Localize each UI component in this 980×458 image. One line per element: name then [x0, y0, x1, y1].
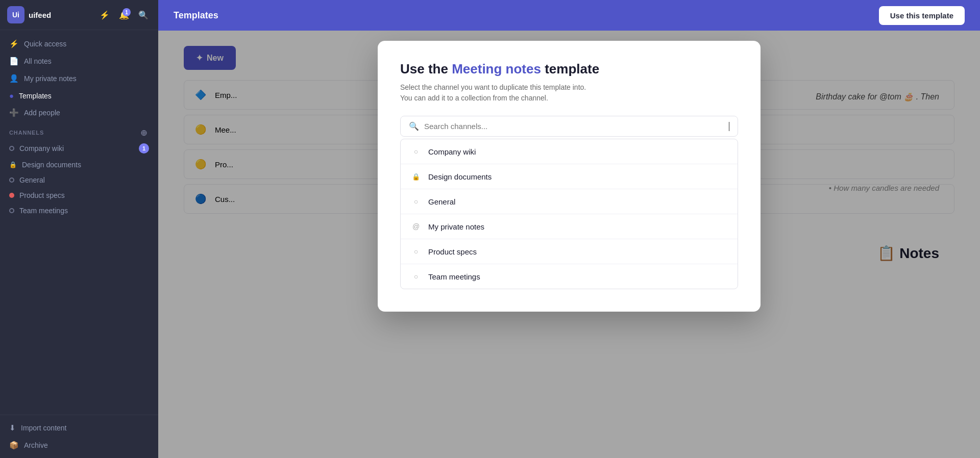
sidebar-item-all-notes[interactable]: 📄 All notes: [0, 53, 158, 70]
channel-dot-product-specs: [9, 193, 14, 198]
sidebar-item-add-people[interactable]: ➕ Add people: [0, 104, 158, 121]
channel-dot-company-wiki: [9, 146, 14, 151]
sidebar-item-label: My private notes: [24, 74, 77, 83]
quick-access-icon: ⚡: [9, 39, 19, 48]
channel-lock-icon: 🔒: [9, 161, 17, 168]
search-btn[interactable]: 🔍: [136, 7, 151, 22]
channel-option-design-documents[interactable]: 🔒 Design documents: [401, 164, 738, 189]
sidebar-item-label: Add people: [24, 109, 60, 117]
channel-option-icon: ○: [411, 246, 421, 257]
channel-option-icon: ○: [411, 196, 421, 207]
main-body: ✦ New 🔷 Emp... 🟡 Mee... 🟡 Pro... 🔵: [158, 31, 980, 458]
templates-icon: ●: [9, 91, 14, 100]
text-cursor: [729, 122, 729, 131]
channel-option-at-icon: @: [411, 221, 421, 232]
channel-option-label: Company wiki: [428, 147, 476, 156]
channel-label: Company wiki: [19, 144, 64, 152]
notification-btn[interactable]: 🔔 1: [116, 7, 132, 22]
channel-item-company-wiki[interactable]: Company wiki 1: [0, 140, 158, 157]
channel-label: Team meetings: [19, 207, 68, 215]
channel-option-icon: ○: [411, 146, 421, 157]
channel-option-label: Team meetings: [428, 272, 480, 281]
add-people-icon: ➕: [9, 108, 19, 117]
channel-option-label: Product specs: [428, 247, 477, 256]
channel-option-company-wiki[interactable]: ○ Company wiki: [401, 139, 738, 164]
modal-title: Use the Meeting notes template: [400, 61, 738, 77]
sidebar-item-import-content[interactable]: ⬇ Import content: [0, 419, 158, 437]
channel-option-my-private-notes[interactable]: @ My private notes: [401, 214, 738, 239]
main-content: Templates Use this template ✦ New 🔷 Emp.…: [158, 0, 980, 458]
channel-options-list: ○ Company wiki 🔒 Design documents ○ Gene…: [400, 139, 738, 289]
channels-section-header: CHANNELS ⊕: [0, 121, 158, 140]
channel-search-input[interactable]: [424, 122, 723, 131]
channel-option-general[interactable]: ○ General: [401, 189, 738, 214]
sidebar-header: Ui uifeed ⚡ 🔔 1 🔍: [0, 0, 158, 30]
sidebar-item-label: Import content: [21, 424, 67, 432]
channel-item-general[interactable]: General: [0, 172, 158, 188]
channel-option-label: General: [428, 197, 455, 206]
archive-icon: 📦: [9, 441, 19, 450]
notification-badge: 1: [122, 8, 131, 16]
modal-subtitle: Select the channel you want to duplicate…: [400, 82, 738, 104]
sidebar-item-label: Quick access: [24, 40, 66, 48]
lightning-icon-btn[interactable]: ⚡: [97, 7, 112, 22]
modal-title-highlight: Meeting notes: [452, 61, 541, 77]
channel-dot-team-meetings: [9, 208, 14, 213]
channel-label: Design documents: [22, 161, 81, 169]
search-icon: 🔍: [409, 121, 419, 131]
sidebar-nav: ⚡ Quick access 📄 All notes 👤 My private …: [0, 30, 158, 415]
channel-option-team-meetings[interactable]: ○ Team meetings: [401, 264, 738, 289]
channel-badge-company-wiki: 1: [139, 143, 149, 154]
channel-option-product-specs[interactable]: ○ Product specs: [401, 239, 738, 264]
channel-option-icon: ○: [411, 271, 421, 282]
page-title: Templates: [174, 10, 218, 21]
channel-dot-general: [9, 177, 14, 183]
workspace-name: uifeed: [29, 11, 93, 19]
modal-overlay[interactable]: Use the Meeting notes template Select th…: [158, 31, 980, 458]
sidebar-bottom: ⬇ Import content 📦 Archive: [0, 415, 158, 458]
use-template-button[interactable]: Use this template: [879, 6, 965, 25]
sidebar-item-label: Templates: [19, 92, 52, 100]
sidebar-item-label: Archive: [24, 441, 48, 449]
all-notes-icon: 📄: [9, 57, 19, 66]
main-header: Templates Use this template: [158, 0, 980, 31]
sidebar-item-my-private-notes[interactable]: 👤 My private notes: [0, 70, 158, 87]
add-channel-btn[interactable]: ⊕: [139, 128, 149, 138]
channel-option-lock-icon: 🔒: [411, 171, 421, 182]
workspace-avatar: Ui: [7, 6, 24, 23]
sidebar-item-quick-access[interactable]: ⚡ Quick access: [0, 35, 158, 53]
private-notes-icon: 👤: [9, 74, 19, 83]
channel-item-design-documents[interactable]: 🔒 Design documents: [0, 157, 158, 172]
channel-item-product-specs[interactable]: Product specs: [0, 188, 158, 203]
channel-option-label: My private notes: [428, 222, 484, 231]
channel-item-team-meetings[interactable]: Team meetings: [0, 203, 158, 218]
channel-search-box[interactable]: 🔍: [400, 116, 738, 137]
sidebar-item-archive[interactable]: 📦 Archive: [0, 437, 158, 454]
sidebar-item-templates[interactable]: ● Templates: [0, 87, 158, 104]
channel-label: General: [19, 176, 45, 184]
sidebar: Ui uifeed ⚡ 🔔 1 🔍 ⚡ Quick access 📄 All n…: [0, 0, 158, 458]
channel-option-label: Design documents: [428, 172, 492, 181]
channel-select-modal: Use the Meeting notes template Select th…: [378, 41, 761, 312]
import-icon: ⬇: [9, 423, 16, 432]
sidebar-item-label: All notes: [24, 57, 52, 65]
channel-label: Product specs: [19, 191, 65, 199]
